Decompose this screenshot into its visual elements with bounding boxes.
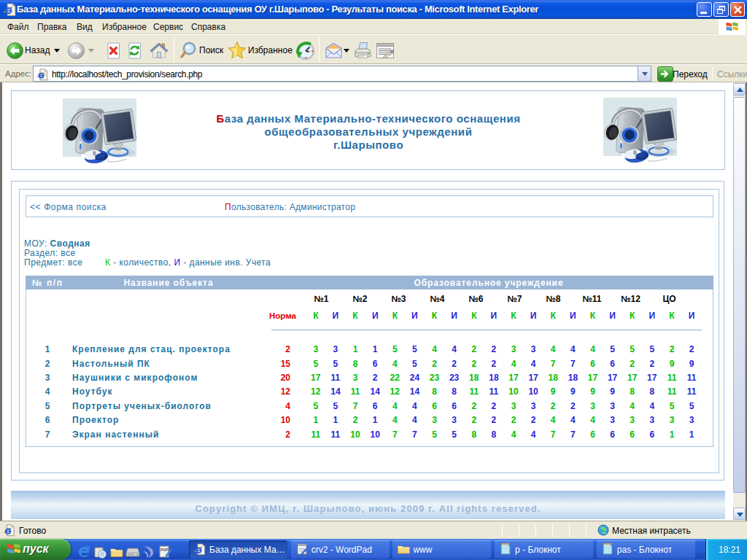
svg-text:PHP: PHP bbox=[160, 548, 169, 552]
